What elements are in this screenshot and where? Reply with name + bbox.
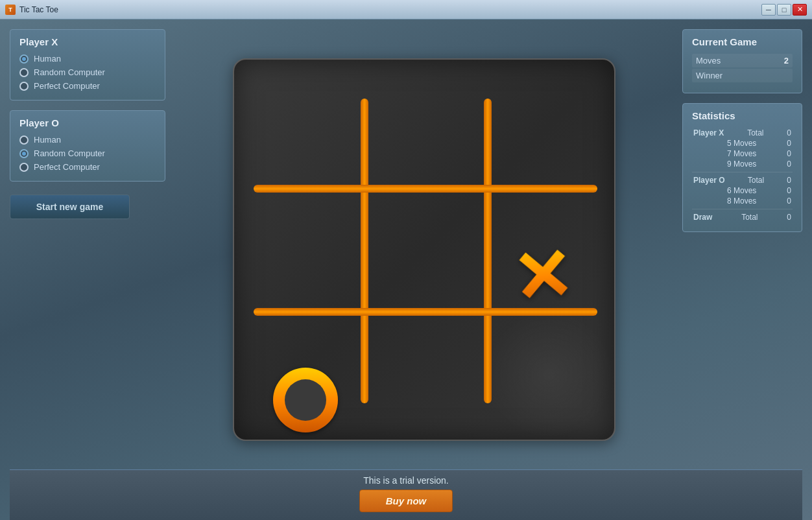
player-x-random-radio[interactable] <box>19 68 29 77</box>
stat-po-label: Player O <box>693 176 725 185</box>
player-o-perfect-option[interactable]: Perfect Computer <box>19 162 156 172</box>
stat-draw-total: Draw Total 0 <box>692 212 793 222</box>
restore-button[interactable]: □ <box>777 4 791 16</box>
stat-px-9moves-label: 9 Moves <box>727 160 756 169</box>
piece-o <box>263 358 348 441</box>
stat-po-total: Player O Total 0 <box>692 175 793 185</box>
stats-separator-2 <box>692 209 793 209</box>
stat-po-6moves-label: 6 Moves <box>727 186 756 195</box>
player-x-box: Player X Human Random Computer Perfect C… <box>10 29 165 100</box>
stat-px-5moves-label: 5 Moves <box>727 139 756 148</box>
o-symbol <box>273 368 338 432</box>
stat-px-total-label: Total <box>747 128 763 137</box>
moves-row: Moves 2 <box>692 54 793 67</box>
player-x-perfect-label: Perfect Computer <box>34 81 100 91</box>
moves-label: Moves <box>696 56 721 65</box>
stat-po-6moves: 6 Moves 0 <box>692 185 793 196</box>
player-x-human-option[interactable]: Human <box>19 54 156 64</box>
player-x-perfect-radio[interactable] <box>19 82 29 91</box>
top-area: Player X Human Random Computer Perfect C… <box>10 29 802 469</box>
stat-po-8moves-value: 0 <box>787 196 791 206</box>
stat-px-7moves-label: 7 Moves <box>727 149 756 158</box>
winner-row: Winner <box>692 69 793 82</box>
stat-px-5moves: 5 Moves 0 <box>692 138 793 148</box>
stat-draw-total-value: 0 <box>787 213 791 222</box>
start-new-game-button[interactable]: Start new game <box>10 195 130 219</box>
statistics-box: Statistics Player X Total 0 5 Moves 0 7 … <box>682 103 802 232</box>
player-o-title: Player O <box>19 117 156 128</box>
player-o-random-option[interactable]: Random Computer <box>19 148 156 158</box>
minimize-button[interactable]: ─ <box>761 4 776 16</box>
stat-px-total: Player X Total 0 <box>692 128 793 138</box>
player-x-human-label: Human <box>34 54 61 64</box>
moves-value: 2 <box>784 56 789 65</box>
stat-draw-label: Draw <box>693 213 712 222</box>
board-area: ✕ <box>175 29 673 469</box>
piece-x: ✕ <box>500 235 584 319</box>
player-o-perfect-label: Perfect Computer <box>34 162 100 172</box>
game-board[interactable]: ✕ <box>233 58 615 441</box>
player-o-human-option[interactable]: Human <box>19 135 156 145</box>
stat-po-6moves-value: 0 <box>787 186 791 195</box>
player-x-title: Player X <box>19 36 156 47</box>
player-o-perfect-radio[interactable] <box>19 163 29 172</box>
player-x-random-label: Random Computer <box>34 67 105 77</box>
stat-draw-total-label: Total <box>741 213 758 222</box>
player-o-human-radio[interactable] <box>19 136 29 145</box>
window-title: Tic Tac Toe <box>19 5 761 14</box>
main-content: Player X Human Random Computer Perfect C… <box>0 19 812 520</box>
x-symbol: ✕ <box>509 239 575 315</box>
player-o-options: Human Random Computer Perfect Computer <box>19 135 156 172</box>
stat-po-8moves: 8 Moves 0 <box>692 196 793 206</box>
app-icon: T <box>5 5 16 15</box>
player-o-random-radio[interactable] <box>19 149 29 158</box>
buy-now-button[interactable]: Buy now <box>359 490 453 512</box>
player-o-human-label: Human <box>34 135 61 145</box>
stat-px-9moves: 9 Moves 0 <box>692 159 793 169</box>
close-button[interactable]: ✕ <box>793 4 807 16</box>
stat-po-total-label: Total <box>748 176 764 185</box>
stat-px-9moves-value: 0 <box>787 160 791 169</box>
left-panel: Player X Human Random Computer Perfect C… <box>10 29 165 469</box>
current-game-title: Current Game <box>692 36 793 47</box>
stat-po-total-value: 0 <box>787 176 791 185</box>
current-game-box: Current Game Moves 2 Winner <box>682 29 802 93</box>
player-o-random-label: Random Computer <box>34 148 105 158</box>
stat-px-5moves-value: 0 <box>787 139 791 148</box>
trial-text: This is a trial version. <box>363 475 448 486</box>
grid-line-horizontal-1 <box>254 185 597 193</box>
stat-px-7moves: 7 Moves 0 <box>692 148 793 159</box>
bottom-bar: This is a trial version. Buy now <box>10 469 802 520</box>
right-panel: Current Game Moves 2 Winner Statistics P… <box>682 29 802 469</box>
stat-po-8moves-label: 8 Moves <box>727 196 756 206</box>
grid-line-vertical-2 <box>484 99 492 403</box>
stat-px-label: Player X <box>693 128 724 137</box>
statistics-title: Statistics <box>692 110 793 121</box>
board-grid: ✕ <box>234 60 614 440</box>
window-controls: ─ □ ✕ <box>761 4 807 16</box>
title-bar: T Tic Tac Toe ─ □ ✕ <box>0 0 812 19</box>
player-x-options: Human Random Computer Perfect Computer <box>19 54 156 91</box>
player-o-box: Player O Human Random Computer Perfect C… <box>10 110 165 182</box>
player-x-human-radio[interactable] <box>19 54 29 64</box>
stat-px-total-value: 0 <box>787 128 791 137</box>
stats-separator-1 <box>692 172 793 172</box>
winner-label: Winner <box>696 71 722 80</box>
player-x-random-option[interactable]: Random Computer <box>19 67 156 77</box>
stat-px-7moves-value: 0 <box>787 149 791 158</box>
player-x-perfect-option[interactable]: Perfect Computer <box>19 81 156 91</box>
grid-line-vertical-1 <box>361 99 368 403</box>
